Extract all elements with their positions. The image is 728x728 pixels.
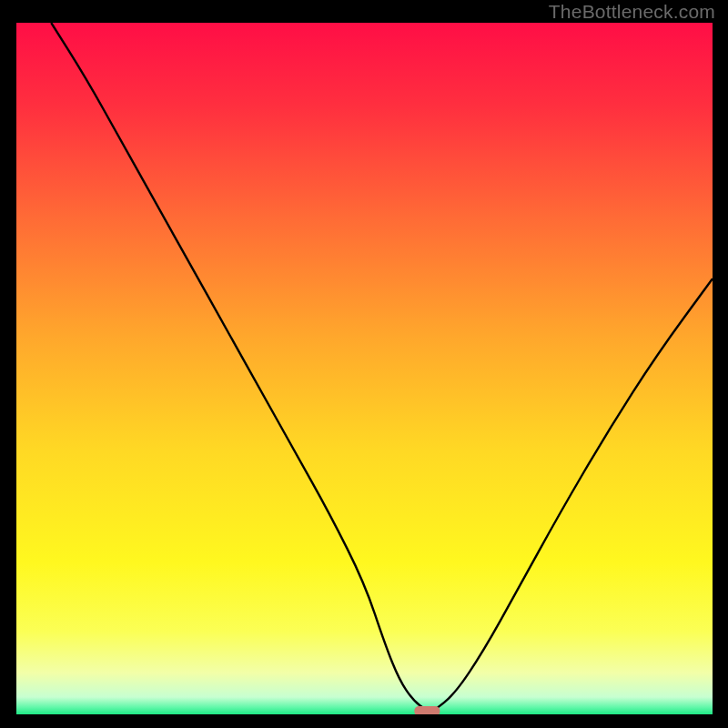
- plot-area: [16, 23, 713, 714]
- optimal-marker: [414, 706, 440, 714]
- watermark-text: TheBottleneck.com: [549, 1, 715, 23]
- chart-svg: [16, 23, 713, 714]
- gradient-background: [16, 23, 713, 714]
- chart-container: TheBottleneck.com: [0, 0, 728, 728]
